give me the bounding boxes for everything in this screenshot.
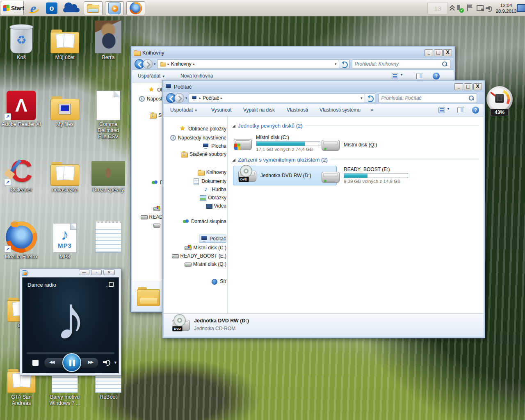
views-button[interactable] [392, 73, 398, 79]
stop-button[interactable] [32, 360, 39, 366]
desktop-icon-muj-ucet[interactable]: Můj účet [45, 21, 84, 61]
views-dropdown-icon[interactable]: ▼ [400, 73, 403, 77]
minimize-button[interactable]: _ [425, 49, 433, 56]
desktop-icon-mp3[interactable]: ♪ MP3 MP3 [45, 221, 84, 260]
network-tray-icon[interactable] [477, 5, 484, 11]
breadcrumb-item[interactable]: Knihovny [171, 61, 191, 67]
breadcrumb-item[interactable]: Počítač [203, 95, 219, 101]
menu-label: Vypálit na disk [243, 107, 275, 113]
views-button[interactable] [438, 107, 445, 113]
maximize-button[interactable]: □ [434, 49, 443, 56]
sidebar-item-computer[interactable]: Počítač [199, 235, 226, 243]
desktop-icon-ccleaner[interactable]: C ↗ CCleaner [2, 154, 41, 193]
pause-button[interactable] [62, 353, 81, 372]
more-commands-chevron[interactable]: » [370, 107, 373, 113]
player-minimize-button[interactable]: — [79, 269, 89, 275]
sidebar-item-libraries[interactable]: Knihovny [196, 168, 226, 176]
sidebar-item-pictures[interactable]: Obrázky [190, 194, 226, 202]
properties-button[interactable]: Vlastnosti [287, 107, 308, 113]
sidebar-label: Plocha [211, 143, 226, 149]
refresh-button[interactable] [365, 94, 375, 103]
sidebar-item-desktop[interactable]: Plocha [194, 142, 226, 150]
close-button[interactable]: X [443, 49, 452, 56]
desktop-icon-recycle-bin[interactable]: Koš [2, 21, 41, 61]
maximize-button[interactable]: □ [464, 83, 472, 90]
player-restore-button[interactable]: ▫ [91, 269, 102, 275]
sidebar-item-downloads[interactable]: Stažené soubory [172, 150, 226, 158]
action-center-flag-icon[interactable] [467, 5, 473, 11]
address-dropdown-icon[interactable]: ▾ [335, 62, 337, 66]
sidebar-item-disk-c[interactable]: Místní disk (C:) [176, 244, 226, 252]
start-button[interactable]: Start [1, 1, 24, 15]
breadcrumb[interactable]: ▸ Počítač ▸ ▾ [189, 94, 365, 103]
organize-menu[interactable]: Uspořádat ▼ [170, 107, 198, 113]
breadcrumb[interactable]: ▸ Knihovny ▸ ▾ [157, 59, 339, 69]
outlook-button[interactable]: o [46, 2, 57, 14]
desktop-icon-adobe-reader[interactable]: Λ ↗ Adobe Reader XI [2, 88, 41, 128]
group-header-removable[interactable]: Zařízení s vyměnitelným úložištěm (2) [232, 157, 479, 163]
show-hidden-icons-chevron[interactable] [450, 6, 454, 11]
sidebar-item-network[interactable]: Síť [210, 277, 226, 285]
forward-button[interactable] [143, 59, 153, 69]
sidebar-item-disk-q[interactable]: Místní disk (Q:) [176, 260, 226, 268]
sidebar-label: Videa [214, 203, 226, 209]
sidebar-item-music[interactable]: Hudba [194, 185, 226, 194]
desktop-icon-berta[interactable]: Berťa [89, 21, 128, 61]
preview-pane-button[interactable] [416, 73, 423, 79]
next-button[interactable]: ▶▶ [88, 360, 93, 364]
firefox-button[interactable] [126, 1, 145, 15]
new-library-button[interactable]: Nová knihovna [180, 73, 213, 79]
desktop-icon-firefox[interactable]: ↗ Mozilla Firefox [2, 221, 41, 260]
internet-explorer-button[interactable]: e [25, 0, 41, 16]
drive-c-item[interactable]: Místní disk (C:) 17,1 GB volných z 74,4 … [233, 135, 336, 153]
computer-titlebar[interactable]: Počítač _ □ X [164, 81, 484, 92]
previous-button[interactable]: ◀◀ [49, 360, 54, 364]
group-header-hard-disks[interactable]: Jednotky pevných disků (2) [232, 123, 479, 129]
search-box[interactable]: Prohledat: Počítač [379, 94, 477, 103]
minimize-button[interactable]: _ [454, 83, 463, 90]
address-dropdown-icon[interactable]: ▾ [361, 96, 363, 100]
desktop-icon-novaslozka[interactable]: novaslozka [45, 154, 84, 193]
volume-button[interactable] [103, 360, 110, 366]
burn-button[interactable]: Vypálit na disk [243, 107, 275, 113]
drive-q-item[interactable]: Místní disk (Q:) [321, 136, 415, 153]
volume-tray-icon[interactable] [486, 5, 493, 11]
folder-icon [45, 154, 84, 186]
preview-pane-button[interactable] [457, 107, 464, 113]
onedrive-button[interactable] [63, 5, 80, 12]
desktop-icon-my-files[interactable]: My files [45, 88, 84, 128]
eject-button[interactable]: Vysunout [211, 107, 232, 113]
help-button[interactable]: ? [433, 73, 440, 80]
usb-tray-icon[interactable] [455, 5, 463, 12]
help-button[interactable]: ? [472, 107, 479, 114]
taskbar-clock[interactable]: 12:04 28.9.2013 [495, 2, 518, 14]
volume-dropdown-icon[interactable]: ▼ [114, 361, 117, 365]
sidebar-item-documents[interactable]: Dokumenty [184, 177, 226, 185]
breadcrumb-separator: ▸ [193, 62, 195, 66]
file-explorer-button[interactable] [84, 1, 103, 15]
desktop-icon-notepad[interactable] [89, 221, 128, 254]
sidebar-item-videos[interactable]: Videa [196, 202, 226, 210]
sidebar-item-recent[interactable]: Naposledy navštívené [161, 134, 226, 142]
display-tray-icon[interactable] [517, 4, 525, 12]
sidebar-item-favorites[interactable]: Oblíbené položky [178, 125, 226, 133]
history-dropdown-icon[interactable]: ▾ [185, 96, 187, 100]
ready-boost-item[interactable]: READY_BOOST (E:) 9,39 GB volných z 14,9 … [321, 167, 423, 185]
views-dropdown-icon[interactable]: ▼ [447, 107, 450, 111]
player-close-button[interactable]: ✕ [103, 269, 115, 275]
system-properties-button[interactable]: Vlastnosti systému [320, 107, 361, 113]
sidebar-item-ready-boost[interactable]: READY_BOOST (E:) [163, 252, 226, 260]
forward-button[interactable] [174, 93, 184, 103]
close-button[interactable]: X [473, 83, 482, 90]
desktop-icon-drozd[interactable]: Drozd zpěvný [89, 154, 128, 193]
computer-window: Počítač _ □ X ▾ ▸ Počítač ▸ ▾ Prohledat:… [162, 80, 485, 338]
libraries-titlebar[interactable]: Knihovny _ □ X [132, 47, 454, 58]
search-box[interactable]: Prohledat: Knihovny [352, 59, 450, 69]
history-dropdown-icon[interactable]: ▾ [154, 62, 156, 66]
organize-menu[interactable]: Uspořádat ▼ [138, 73, 165, 79]
desktop-icon-csv-file[interactable]: Comma Delimited File.CSV [89, 88, 128, 140]
media-player-button[interactable] [105, 1, 124, 15]
refresh-button[interactable] [339, 59, 349, 69]
sidebar-item-homegroup[interactable]: Domácí skupina [181, 217, 226, 226]
cpu-meter-gadget[interactable]: 43% [486, 86, 514, 123]
